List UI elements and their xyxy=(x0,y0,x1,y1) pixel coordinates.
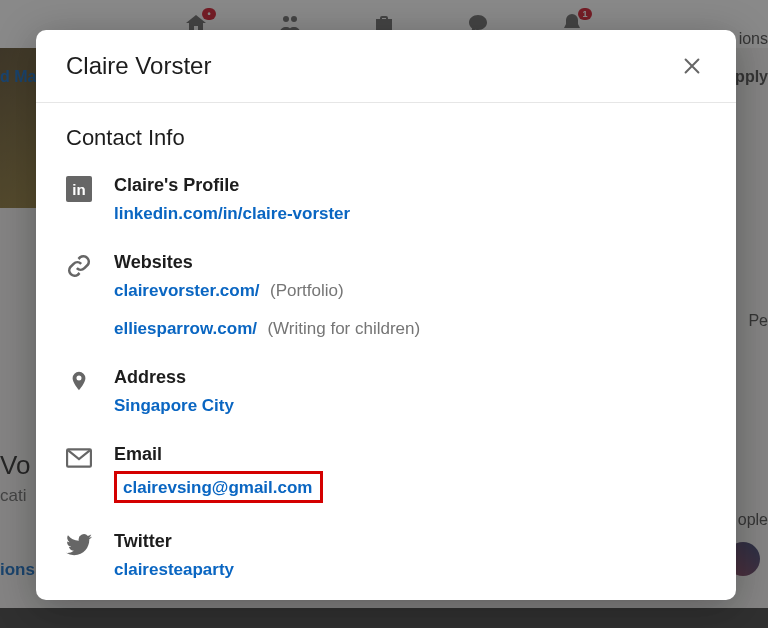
website-entry-2: elliesparrow.com/ (Writing for children) xyxy=(114,319,706,339)
profile-label: Claire's Profile xyxy=(114,175,706,196)
envelope-icon xyxy=(66,445,92,471)
email-highlight: clairevsing@gmail.com xyxy=(114,471,323,503)
profile-section: in Claire's Profile linkedin.com/in/clai… xyxy=(66,175,706,224)
modal-header: Claire Vorster xyxy=(36,30,736,103)
websites-section: Websites clairevorster.com/ (Portfolio) … xyxy=(66,252,706,339)
address-link[interactable]: Singapore City xyxy=(114,396,234,416)
address-section: Address Singapore City xyxy=(66,367,706,416)
twitter-section: Twitter clairesteaparty xyxy=(66,531,706,580)
websites-label: Websites xyxy=(114,252,706,273)
twitter-icon xyxy=(66,532,92,558)
contact-info-modal: Claire Vorster Contact Info in Claire's … xyxy=(36,30,736,600)
website-link-1[interactable]: clairevorster.com/ xyxy=(114,281,260,301)
close-icon xyxy=(681,55,703,77)
address-label: Address xyxy=(114,367,706,388)
email-label: Email xyxy=(114,444,706,465)
website-desc-2: (Writing for children) xyxy=(267,319,420,338)
link-icon xyxy=(66,253,92,279)
modal-body[interactable]: Contact Info in Claire's Profile linkedi… xyxy=(36,103,736,600)
contact-info-heading: Contact Info xyxy=(66,125,706,151)
website-entry-1: clairevorster.com/ (Portfolio) xyxy=(114,281,706,301)
modal-title: Claire Vorster xyxy=(66,52,211,80)
website-desc-1: (Portfolio) xyxy=(270,281,344,300)
close-button[interactable] xyxy=(674,48,710,84)
profile-link[interactable]: linkedin.com/in/claire-vorster xyxy=(114,204,350,224)
website-link-2[interactable]: elliesparrow.com/ xyxy=(114,319,257,339)
linkedin-icon: in xyxy=(66,176,92,202)
twitter-label: Twitter xyxy=(114,531,706,552)
map-pin-icon xyxy=(66,368,92,394)
twitter-link[interactable]: clairesteaparty xyxy=(114,560,234,580)
email-link[interactable]: clairevsing@gmail.com xyxy=(123,478,312,498)
email-section: Email clairevsing@gmail.com xyxy=(66,444,706,503)
